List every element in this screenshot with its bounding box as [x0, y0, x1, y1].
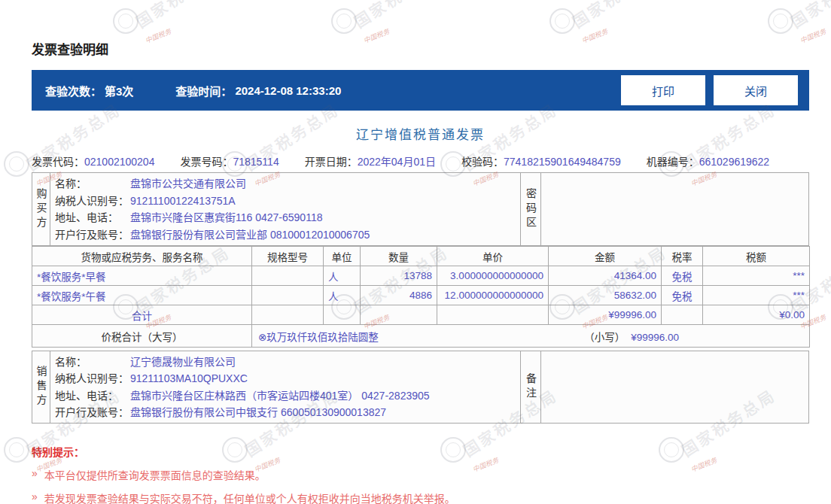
check-count-value: 第3次 [105, 83, 133, 99]
grand-total-cell: ⊗玖万玖仟玖佰玖拾陆圆整 （小写）¥99996.00 [252, 325, 810, 348]
amount-in-figures-group: （小写）¥99996.00 [584, 329, 679, 344]
header-buttons: 打印 关闭 [621, 75, 798, 105]
col-header-qty: 数量 [361, 247, 437, 266]
amount-in-words: ⊗玖万玖仟玖佰玖拾陆圆整 [258, 329, 379, 344]
seller-address-label: 地址、电话： [55, 388, 130, 403]
notice-item-text: 若发现发票查验结果与实际交易不符，任何单位或个人有权拒收并向当地税务机关举报。 [44, 490, 455, 504]
item-tax: *** [703, 286, 810, 305]
seller-side-label: 销售方 [33, 366, 50, 408]
item-amount: 58632.00 [549, 286, 662, 305]
invoice-meta-row: 发票代码：021002100204 发票号码：71815114 开票日期：202… [32, 153, 809, 169]
print-button[interactable]: 打印 [621, 75, 705, 105]
item-name: *餐饮服务*早餐 [32, 266, 252, 286]
buyer-address-row: 地址、电话：盘锦市兴隆台区惠宾街116 0427-6590118 [50, 210, 520, 225]
invoice-date-value: 2022年04月01日 [358, 156, 436, 168]
invoice-checksum-label: 校验码： [461, 156, 504, 168]
buyer-name-value: 盘锦市公共交通有限公司 [130, 176, 246, 191]
item-spec [252, 266, 324, 286]
check-time-value: 2024-12-08 12:33:20 [235, 84, 341, 97]
buyer-name-label: 名称： [55, 176, 130, 191]
col-header-price: 单价 [437, 247, 549, 266]
tax-bureau-emblem-icon [4, 151, 29, 177]
small-amount-label: （小写） [584, 332, 625, 343]
buyer-taxid-row: 纳税人识别号：91211100122413751A [50, 193, 520, 208]
double-angle-bullet-icon: » [32, 467, 38, 482]
col-header-spec: 规格型号 [252, 247, 324, 266]
double-angle-bullet-icon: » [32, 490, 38, 504]
seller-name-label: 名称： [55, 354, 130, 369]
buyer-bank-value: 盘锦银行股份有限公司营业部 08100012010006705 [130, 227, 370, 242]
buyer-section: 购买方 名称：盘锦市公共交通有限公司 纳税人识别号：91211100122413… [32, 172, 809, 246]
verification-header-bar: 查验次数： 第3次 查验时间： 2024-12-08 12:33:20 打印 关… [32, 70, 809, 111]
remarks-label: 备注 [522, 373, 539, 402]
total-tax: ¥0.00 [703, 305, 810, 325]
buyer-side-label: 购买方 [33, 188, 50, 231]
items-header-row: 货物或应税劳务、服务名称 规格型号 单位 数量 单价 金额 税率 税额 [32, 247, 810, 266]
empty-cell [324, 305, 361, 325]
buyer-side-cell: 购买方 [32, 173, 50, 245]
item-tax-rate: 免税 [662, 266, 703, 286]
buyer-taxid-label: 纳税人识别号： [55, 193, 130, 208]
machine-number: 机器编号：661029619622 [647, 153, 769, 169]
seller-rows: 名称：辽宁德晟物业有限公司 纳税人识别号：91211103MA10QPUXXC … [50, 351, 520, 423]
notice-title: 特别提示： [32, 444, 809, 459]
items-total-row: 合计 ¥99996.00 ¥0.00 [32, 305, 810, 325]
check-time-label: 查验时间： [175, 83, 232, 99]
invoice-number-value: 71815114 [233, 156, 279, 168]
seller-taxid-row: 纳税人识别号：91211103MA10QPUXXC [50, 371, 520, 386]
buyer-address-value: 盘锦市兴隆台区惠宾街116 0427-6590118 [130, 210, 322, 225]
seller-address-row: 地址、电话：盘锦市兴隆台区庄林路西（市客运站四楼401室） 0427-28239… [50, 388, 520, 403]
invoice-checksum: 校验码：77418215901649484759 [461, 153, 621, 169]
password-area-cell [541, 173, 810, 245]
grand-total-label: 价税合计（大写） [32, 325, 252, 348]
invoice-number: 发票号码：71815114 [180, 153, 279, 169]
seller-name-row: 名称：辽宁德晟物业有限公司 [50, 354, 520, 369]
item-price: 3.000000000000000 [437, 266, 549, 286]
invoice-number-label: 发票号码： [180, 156, 233, 168]
item-tax-rate: 免税 [662, 286, 703, 305]
notice-item: »本平台仅提供所查询发票票面信息的查验结果。 [32, 467, 809, 482]
invoice-verification-page: 发票查验明细 查验次数： 第3次 查验时间： 2024-12-08 12:33:… [32, 0, 809, 504]
col-header-amount: 金额 [549, 247, 662, 266]
buyer-address-label: 地址、电话： [55, 210, 130, 225]
invoice-date: 开票日期：2022年04月01日 [305, 153, 436, 169]
item-tax: *** [703, 266, 810, 286]
col-header-item-name: 货物或应税劳务、服务名称 [32, 247, 252, 266]
password-area-side-cell: 密码区 [520, 173, 541, 245]
seller-side-cell: 销售方 [32, 351, 50, 423]
small-amount-value: ¥99996.00 [631, 332, 679, 343]
machine-number-value: 661029619622 [699, 156, 769, 168]
seller-name-value: 辽宁德晟物业有限公司 [130, 354, 236, 369]
item-spec [252, 286, 324, 305]
seller-bank-row: 开户行及账号：盘锦银行股份有限公司中银支行 660050130900013827 [50, 405, 520, 420]
seller-bank-value: 盘锦银行股份有限公司中银支行 660050130900013827 [130, 405, 386, 420]
invoice-checksum-value: 77418215901649484759 [504, 156, 621, 168]
item-name: *餐饮服务*午餐 [32, 286, 252, 305]
seller-address-value: 盘锦市兴隆台区庄林路西（市客运站四楼401室） 0427-2823905 [130, 388, 430, 403]
seller-taxid-label: 纳税人识别号： [55, 371, 130, 386]
grand-total-row: 价税合计（大写） ⊗玖万玖仟玖佰玖拾陆圆整 （小写）¥99996.00 [32, 325, 810, 348]
col-header-tax-rate: 税率 [662, 247, 703, 266]
buyer-name-row: 名称：盘锦市公共交通有限公司 [50, 176, 520, 191]
item-qty: 4886 [361, 286, 437, 305]
col-header-tax: 税额 [703, 247, 810, 266]
buyer-bank-label: 开户行及账号： [55, 227, 130, 242]
machine-number-label: 机器编号： [647, 156, 699, 168]
close-button[interactable]: 关闭 [714, 75, 798, 105]
item-amount: 41364.00 [549, 266, 662, 286]
remarks-side-cell: 备注 [520, 351, 541, 423]
seller-bank-label: 开户行及账号： [55, 405, 130, 420]
seller-section: 销售方 名称：辽宁德晟物业有限公司 纳税人识别号：91211103MA10QPU… [32, 351, 809, 424]
empty-cell [361, 305, 437, 325]
invoice-title: 辽宁增值税普通发票 [32, 124, 809, 143]
buyer-bank-row: 开户行及账号：盘锦银行股份有限公司营业部 08100012010006705 [50, 227, 520, 242]
page-title: 发票查验明细 [32, 39, 809, 58]
item-row: *餐饮服务*午餐 人 4886 12.000000000000000 58632… [32, 286, 810, 305]
empty-cell [437, 305, 549, 325]
item-qty: 13788 [361, 266, 437, 286]
item-unit: 人 [324, 286, 361, 305]
special-notice: 特别提示： »本平台仅提供所查询发票票面信息的查验结果。 »若发现发票查验结果与… [32, 444, 809, 504]
invoice-code: 发票代码：021002100204 [32, 153, 154, 169]
items-table: 货物或应税劳务、服务名称 规格型号 单位 数量 单价 金额 税率 税额 *餐饮服… [32, 246, 810, 348]
remarks-cell [541, 351, 810, 423]
